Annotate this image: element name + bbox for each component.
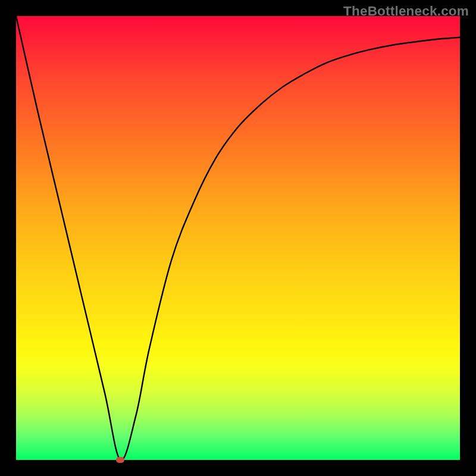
bottleneck-curve	[16, 16, 460, 460]
chart-frame: TheBottleneck.com	[0, 0, 476, 476]
watermark-label: TheBottleneck.com	[343, 4, 469, 19]
curve-path	[16, 16, 460, 460]
chart-gradient-area	[16, 16, 460, 460]
optimal-point-marker	[116, 457, 124, 463]
